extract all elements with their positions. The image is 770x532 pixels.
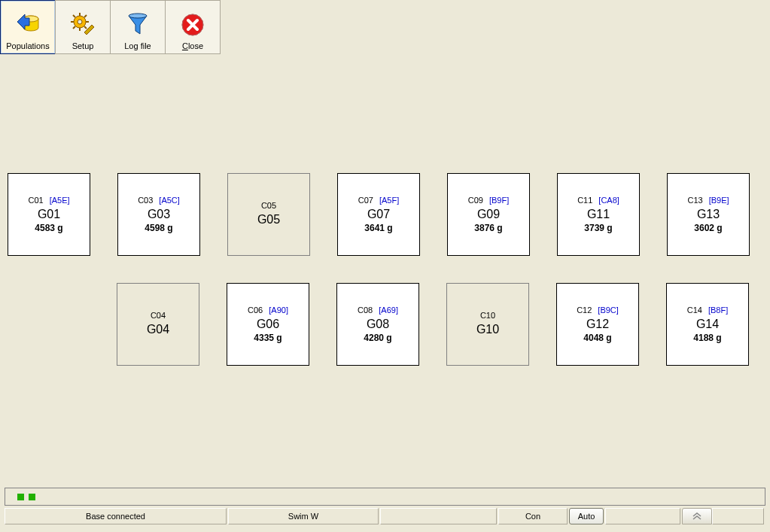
logfile-button[interactable]: Log file: [110, 0, 166, 54]
status-base-connected: Base connected: [5, 508, 227, 524]
tile-name: G10: [476, 323, 499, 336]
tile-name: G13: [697, 208, 720, 221]
tile-code: C10: [480, 312, 495, 320]
setup-button[interactable]: Setup: [55, 0, 111, 54]
svg-line-10: [73, 26, 75, 29]
tile-code-line: C04: [151, 312, 166, 320]
tile-name: G14: [696, 318, 719, 331]
tile-code-line: C12[B9C]: [577, 306, 619, 315]
tile-code: C12: [577, 306, 592, 315]
status-swim: Swim W: [228, 508, 379, 524]
chevron-up-icon: [692, 512, 702, 520]
status-led-1: [17, 494, 24, 500]
svg-line-11: [84, 15, 87, 17]
main-toolbar: Populations Setup: [0, 0, 221, 54]
tile-weight: 4335 g: [254, 333, 282, 343]
tile-hex: [B9F]: [489, 196, 509, 205]
close-button[interactable]: Close: [165, 0, 221, 54]
tile-g11[interactable]: C11[CA8]G113739 g: [557, 173, 640, 256]
tile-code-line: C01[A5E]: [28, 196, 69, 205]
logfile-label: Log file: [124, 41, 151, 50]
tile-code: C14: [687, 306, 702, 315]
tile-name: G11: [587, 208, 610, 221]
tile-weight: 4280 g: [364, 333, 391, 343]
tile-code-line: C14[B8F]: [687, 306, 728, 315]
tile-g08[interactable]: C08[A69]G084280 g: [336, 283, 419, 366]
status-con: Con: [498, 508, 568, 524]
tile-name: G07: [367, 208, 390, 221]
tile-grid: C01[A5E]G014583 gC03[A5C]G034598 gC05G05…: [8, 173, 762, 393]
tile-g09[interactable]: C09[B9F]G093876 g: [447, 173, 530, 256]
tile-code-line: C09[B9F]: [468, 196, 509, 205]
tile-code-line: C03[A5C]: [138, 196, 180, 205]
tile-code-line: C10: [480, 312, 495, 320]
tile-g14[interactable]: C14[B8F]G144188 g: [666, 283, 749, 366]
tile-weight: 4188 g: [693, 333, 721, 343]
tile-g06[interactable]: C06[A90]G064335 g: [227, 283, 309, 366]
tile-hex: [B9C]: [598, 306, 619, 315]
tile-name: G01: [38, 208, 60, 221]
tile-hex: [B9E]: [709, 196, 729, 205]
tile-g13[interactable]: C13[B9E]G133602 g: [667, 173, 750, 256]
tile-hex: [CA8]: [598, 196, 619, 205]
tile-code-line: C06[A90]: [248, 306, 288, 315]
tile-weight: 4598 g: [145, 223, 172, 233]
funnel-icon: [124, 11, 151, 38]
tile-name: G12: [586, 318, 609, 331]
tile-g12[interactable]: C12[B9C]G124048 g: [556, 283, 639, 366]
tile-code: C09: [468, 196, 483, 205]
svg-line-8: [73, 15, 75, 17]
database-arrow-icon: [14, 11, 41, 38]
tile-g07[interactable]: C07[A5F]G073641 g: [337, 173, 420, 256]
status-strip: Base connected Swim W Con Auto: [5, 508, 765, 524]
tile-name: G03: [148, 208, 170, 221]
gears-icon: [69, 11, 96, 38]
tile-code-line: C11[CA8]: [577, 196, 619, 205]
status-blank-3: [712, 508, 764, 524]
tile-code: C11: [577, 196, 592, 205]
tile-code: C04: [151, 312, 166, 320]
tile-g03[interactable]: C03[A5C]G034598 g: [117, 173, 200, 256]
tile-code: C05: [261, 202, 276, 210]
tile-code: C01: [28, 196, 43, 205]
tile-name: G09: [477, 208, 500, 221]
svg-point-12: [129, 14, 147, 18]
tile-name: G04: [147, 323, 169, 336]
tile-code: C03: [138, 196, 153, 205]
tile-hex: [A5F]: [379, 196, 399, 205]
tile-code-line: C05: [261, 202, 276, 210]
auto-button[interactable]: Auto: [569, 508, 604, 524]
tile-g04[interactable]: C04G04: [117, 283, 199, 366]
populations-button[interactable]: Populations: [0, 0, 56, 54]
tile-g01[interactable]: C01[A5E]G014583 g: [8, 173, 90, 256]
close-icon: [179, 11, 206, 38]
tile-weight: 3641 g: [364, 223, 392, 233]
expand-button[interactable]: [682, 508, 712, 524]
tile-row-1: C01[A5E]G014583 gC03[A5C]G034598 gC05G05…: [8, 173, 762, 256]
populations-label: Populations: [6, 41, 50, 50]
tile-g05[interactable]: C05G05: [227, 173, 310, 256]
tile-weight: 4048 g: [583, 333, 611, 343]
tile-code-line: C13[B9E]: [687, 196, 729, 205]
tile-weight: 3602 g: [694, 223, 722, 233]
tile-hex: [A69]: [379, 306, 398, 315]
svg-line-9: [84, 26, 87, 29]
tile-hex: [A5E]: [50, 196, 70, 205]
tile-g10[interactable]: C10G10: [446, 283, 529, 366]
tile-hex: [B8F]: [708, 306, 728, 315]
tile-code: C06: [248, 306, 263, 315]
status-blank-2: [605, 508, 680, 524]
tile-code: C13: [687, 196, 702, 205]
tile-name: G08: [367, 318, 389, 331]
tile-code-line: C07[A5F]: [358, 196, 399, 205]
tile-code: C07: [358, 196, 373, 205]
tile-weight: 4583 g: [35, 223, 62, 233]
tile-name: G06: [257, 318, 279, 331]
status-blank-1: [380, 508, 497, 524]
tile-weight: 3739 g: [584, 223, 612, 233]
setup-label: Setup: [72, 41, 94, 50]
tile-row-2: C04G04C06[A90]G064335 gC08[A69]G084280 g…: [8, 283, 762, 366]
tile-weight: 3876 g: [474, 223, 502, 233]
svg-point-3: [78, 20, 82, 24]
close-label: Close: [182, 41, 203, 50]
